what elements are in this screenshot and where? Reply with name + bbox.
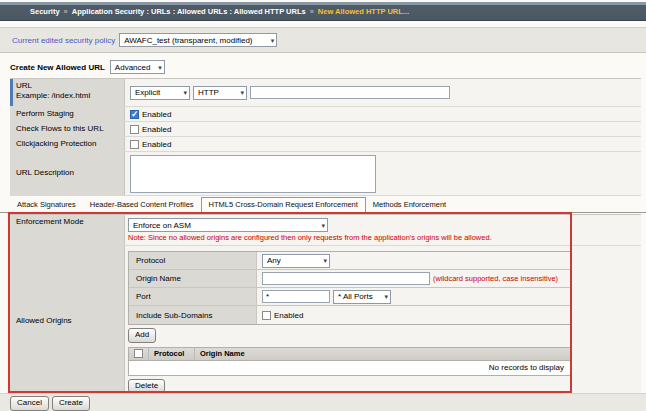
include-subdomains-checkbox[interactable] bbox=[262, 311, 271, 320]
clickjacking-cell: Enabled bbox=[125, 137, 641, 151]
allowed-origins-label: Allowed Origins bbox=[10, 246, 125, 397]
tab-methods-enforcement[interactable]: Methods Enforcement bbox=[366, 198, 453, 212]
origin-name-cell: (wildcard supported, case insensitive) bbox=[257, 270, 570, 287]
policy-strip: Current edited security policy AWAFC_tes… bbox=[0, 27, 646, 53]
url-row: URL Example: /index.html Explicit HTTP bbox=[10, 79, 641, 107]
column-header-origin-name: Origin Name bbox=[195, 348, 250, 360]
port-cell: * All Ports bbox=[257, 288, 570, 305]
url-input[interactable] bbox=[250, 86, 450, 99]
no-records-text: No records to display bbox=[489, 363, 564, 372]
check-flows-checkbox[interactable] bbox=[130, 125, 139, 134]
protocol-row: Protocol Any bbox=[129, 252, 570, 270]
select-all-cell bbox=[129, 348, 149, 360]
tab-bar: Attack Signatures Header-Based Content P… bbox=[0, 197, 646, 213]
enforcement-mode-label: Enforcement Mode bbox=[10, 215, 125, 245]
url-value-cell: Explicit HTTP bbox=[125, 79, 641, 106]
port-row: Port * All Ports bbox=[129, 288, 570, 306]
clickjacking-row: Clickjacking Protection Enabled bbox=[10, 137, 641, 152]
policy-label-link[interactable]: Current edited security policy bbox=[12, 36, 115, 45]
port-input[interactable] bbox=[262, 290, 330, 303]
perform-staging-label: Perform Staging bbox=[10, 107, 125, 121]
footer-buttons: Cancel Create bbox=[10, 396, 90, 411]
cancel-button[interactable]: Cancel bbox=[10, 396, 49, 411]
policy-select-value: AWAFC_test (transparent, modified) bbox=[124, 36, 252, 45]
column-header-protocol: Protocol bbox=[149, 348, 195, 360]
check-flows-cell: Enabled bbox=[125, 122, 641, 136]
url-description-cell bbox=[125, 152, 641, 195]
enforcement-mode-cell: Enforce on ASM Note: Since no allowed or… bbox=[125, 215, 641, 245]
url-type-select[interactable]: Explicit bbox=[130, 86, 190, 100]
origin-name-hint: (wildcard supported, case insensitive) bbox=[433, 274, 558, 283]
perform-staging-cell: Enabled bbox=[125, 107, 641, 121]
check-flows-row: Check Flows to this URL Enabled bbox=[10, 122, 641, 137]
perform-staging-checkbox[interactable] bbox=[130, 110, 139, 119]
url-description-row: URL Description bbox=[10, 152, 641, 196]
origins-records-table: Protocol Origin Name No records to displ… bbox=[128, 347, 571, 376]
origin-entry-table: Protocol Any Origin Name bbox=[128, 251, 571, 325]
url-label: URL Example: /index.html bbox=[10, 79, 125, 106]
perform-staging-row: Perform Staging Enabled bbox=[10, 107, 641, 122]
chevron-down-icon bbox=[271, 37, 275, 44]
breadcrumb-path-link[interactable]: Application Security : URLs : Allowed UR… bbox=[72, 7, 306, 16]
clickjacking-label: Clickjacking Protection bbox=[10, 137, 125, 151]
policy-select[interactable]: AWAFC_test (transparent, modified) bbox=[119, 33, 277, 47]
breadcrumb-separator: » bbox=[64, 7, 68, 16]
check-flows-label: Check Flows to this URL bbox=[10, 122, 125, 136]
url-description-label: URL Description bbox=[10, 152, 125, 195]
enforcement-mode-select[interactable]: Enforce on ASM bbox=[128, 218, 328, 232]
clickjacking-checkbox[interactable] bbox=[130, 140, 139, 149]
enforcement-mode-row: Enforcement Mode Enforce on ASM Note: Si… bbox=[10, 215, 641, 246]
origin-name-row: Origin Name (wildcard supported, case in… bbox=[129, 270, 570, 288]
breadcrumb: Security » Application Security : URLs :… bbox=[0, 2, 646, 21]
page-title: Create New Allowed URL bbox=[10, 63, 105, 72]
new-url-form: URL Example: /index.html Explicit HTTP P… bbox=[10, 78, 641, 196]
footer-strip bbox=[0, 393, 646, 411]
clickjacking-checkbox-label: Enabled bbox=[142, 140, 171, 149]
allowed-origins-cell: Protocol Any Origin Name bbox=[125, 246, 641, 397]
allowed-origins-row: Allowed Origins Protocol Any bbox=[10, 246, 641, 398]
include-subdomains-cell: Enabled bbox=[257, 306, 570, 324]
enforcement-note: Note: Since no allowed origins are confi… bbox=[128, 233, 636, 242]
breadcrumb-separator: » bbox=[310, 7, 314, 16]
protocol-cell: Any bbox=[257, 252, 570, 269]
include-subdomains-row: Include Sub-Domains Enabled bbox=[129, 306, 570, 324]
origin-name-input[interactable] bbox=[262, 272, 430, 285]
chevron-down-icon bbox=[384, 293, 388, 300]
view-mode-value: Advanced bbox=[115, 63, 151, 72]
tab-attack-signatures[interactable]: Attack Signatures bbox=[10, 198, 83, 212]
chevron-down-icon bbox=[240, 89, 244, 96]
origins-table-header: Protocol Origin Name bbox=[129, 348, 570, 361]
include-subdomains-label: Include Sub-Domains bbox=[129, 306, 257, 324]
chevron-down-icon bbox=[183, 89, 187, 96]
delete-button[interactable]: Delete bbox=[128, 379, 165, 394]
perform-staging-checkbox-label: Enabled bbox=[142, 110, 171, 119]
include-subdomains-checkbox-label: Enabled bbox=[274, 311, 303, 320]
breadcrumb-security-link[interactable]: Security bbox=[30, 7, 60, 16]
view-mode-select[interactable]: Advanced bbox=[110, 60, 165, 74]
origin-protocol-select[interactable]: Any bbox=[262, 254, 330, 268]
port-preset-select[interactable]: * All Ports bbox=[333, 290, 391, 304]
tab-header-based-content-profiles[interactable]: Header-Based Content Profiles bbox=[83, 198, 201, 212]
breadcrumb-current-page: New Allowed HTTP URL... bbox=[318, 7, 409, 16]
tab-html5-cross-domain[interactable]: HTML5 Cross-Domain Request Enforcement bbox=[201, 197, 366, 213]
url-description-textarea[interactable] bbox=[130, 155, 376, 193]
cross-domain-section: Enforcement Mode Enforce on ASM Note: Si… bbox=[10, 214, 641, 398]
protocol-label: Protocol bbox=[129, 252, 257, 269]
origin-name-label: Origin Name bbox=[129, 270, 257, 287]
required-indicator bbox=[10, 79, 13, 106]
check-flows-checkbox-label: Enabled bbox=[142, 125, 171, 134]
select-all-checkbox[interactable] bbox=[134, 349, 143, 358]
origins-table-empty-row: No records to display bbox=[129, 361, 570, 375]
create-button[interactable]: Create bbox=[52, 396, 90, 411]
url-protocol-select[interactable]: HTTP bbox=[193, 86, 247, 100]
port-label: Port bbox=[129, 288, 257, 305]
add-button[interactable]: Add bbox=[128, 328, 156, 343]
create-header: Create New Allowed URL Advanced bbox=[10, 60, 165, 74]
page: Security » Application Security : URLs :… bbox=[0, 0, 646, 411]
chevron-down-icon bbox=[323, 257, 327, 264]
chevron-down-icon bbox=[158, 64, 162, 71]
chevron-down-icon bbox=[321, 222, 325, 229]
